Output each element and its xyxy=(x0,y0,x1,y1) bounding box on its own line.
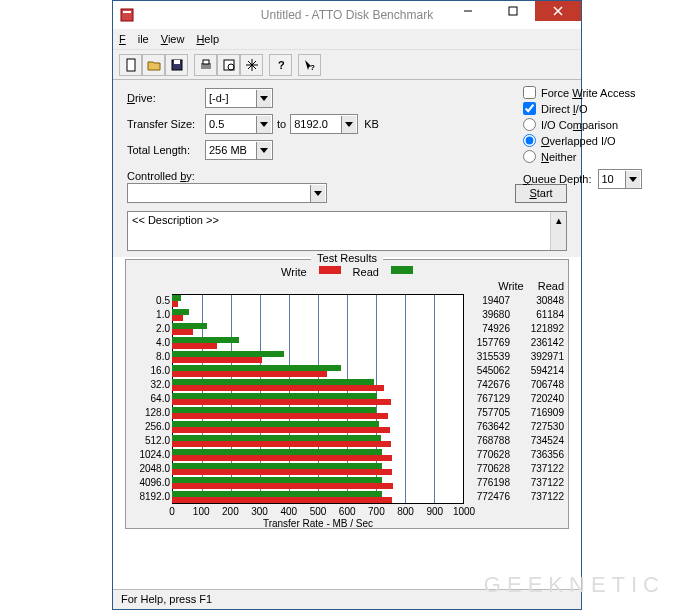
controlled-by-label: Controlled by: xyxy=(127,170,567,182)
menu-help[interactable]: Help xyxy=(196,33,219,45)
io-comparison-label: I/O Comparison xyxy=(541,119,618,131)
legend-read-label: Read xyxy=(353,266,379,278)
svg-text:?: ? xyxy=(310,63,315,72)
transfer-size-label: Transfer Size: xyxy=(127,118,205,130)
legend-read-swatch xyxy=(391,266,413,274)
minimize-button[interactable] xyxy=(445,1,490,21)
svg-text:?: ? xyxy=(278,59,285,71)
chart-x-axis: 01002003004005006007008009001000 xyxy=(172,506,464,516)
chart-legend: Write Read xyxy=(130,266,564,278)
values-read-header: Read xyxy=(538,280,564,292)
svg-rect-3 xyxy=(509,7,517,15)
print-button[interactable] xyxy=(194,54,217,76)
svg-rect-6 xyxy=(127,59,135,71)
drive-label: Drive: xyxy=(127,92,205,104)
options-panel: Force Write Access Direct I/O I/O Compar… xyxy=(523,86,683,189)
kb-label: KB xyxy=(364,118,379,130)
description-scrollbar[interactable]: ▴ xyxy=(550,212,566,250)
close-button[interactable] xyxy=(535,1,581,21)
total-length-select[interactable]: 256 MB xyxy=(205,140,273,160)
io-comparison-radio[interactable] xyxy=(523,118,536,131)
description-textarea[interactable]: << Description >> ▴ xyxy=(127,211,567,251)
status-text: For Help, press F1 xyxy=(121,593,212,605)
svg-rect-1 xyxy=(123,11,131,13)
scroll-up-icon[interactable]: ▴ xyxy=(551,212,566,228)
total-length-label: Total Length: xyxy=(127,144,205,156)
print-preview-button[interactable] xyxy=(217,54,240,76)
results-title: Test Results xyxy=(311,252,383,264)
results-values: Write Read 19407308483968061184749261218… xyxy=(464,280,564,524)
description-placeholder: << Description >> xyxy=(132,214,219,226)
overlapped-radio[interactable] xyxy=(523,134,536,147)
options-button[interactable] xyxy=(240,54,263,76)
menu-view[interactable]: View xyxy=(161,33,185,45)
toolbar: ? ? xyxy=(113,50,581,80)
chart-x-title: Transfer Rate - MB / Sec xyxy=(172,518,464,529)
neither-radio[interactable] xyxy=(523,150,536,163)
direct-io-checkbox[interactable] xyxy=(523,102,536,115)
direct-io-label: Direct I/O xyxy=(541,103,587,115)
values-write-header: Write xyxy=(498,280,523,292)
neither-label: Neither xyxy=(541,151,576,163)
app-window: Untitled - ATTO Disk Benchmark File View… xyxy=(112,0,582,610)
svg-rect-0 xyxy=(121,9,133,21)
controlled-by-select[interactable] xyxy=(127,183,327,203)
svg-rect-8 xyxy=(174,60,180,64)
legend-write-label: Write xyxy=(281,266,306,278)
to-label: to xyxy=(277,118,286,130)
legend-write-swatch xyxy=(319,266,341,274)
maximize-button[interactable] xyxy=(490,1,535,21)
transfer-from-select[interactable]: 0.5 xyxy=(205,114,273,134)
status-bar: For Help, press F1 xyxy=(113,589,581,609)
chart-y-labels: 0.51.02.04.08.016.032.064.0128.0256.0512… xyxy=(130,280,172,524)
open-button[interactable] xyxy=(142,54,165,76)
force-write-checkbox[interactable] xyxy=(523,86,536,99)
results-panel: Test Results Write Read 0.51.02.04.08.01… xyxy=(125,259,569,529)
config-panel: Drive: [-d-] Transfer Size: 0.5 to 8192.… xyxy=(113,80,581,170)
overlapped-label: Overlapped I/O xyxy=(541,135,616,147)
menu-file[interactable]: File xyxy=(119,33,149,45)
app-icon xyxy=(119,7,135,23)
transfer-to-select[interactable]: 8192.0 xyxy=(290,114,358,134)
svg-rect-10 xyxy=(203,60,209,64)
chart-plot: 01002003004005006007008009001000 Transfe… xyxy=(172,280,464,524)
save-button[interactable] xyxy=(165,54,188,76)
menubar: File View Help xyxy=(113,29,581,50)
drive-select[interactable]: [-d-] xyxy=(205,88,273,108)
new-button[interactable] xyxy=(119,54,142,76)
queue-depth-select[interactable]: 10 xyxy=(598,169,642,189)
context-help-button[interactable]: ? xyxy=(298,54,321,76)
force-write-label: Force Write Access xyxy=(541,87,636,99)
titlebar[interactable]: Untitled - ATTO Disk Benchmark xyxy=(113,1,581,29)
help-button[interactable]: ? xyxy=(269,54,292,76)
queue-depth-label: Queue Depth: xyxy=(523,173,592,185)
